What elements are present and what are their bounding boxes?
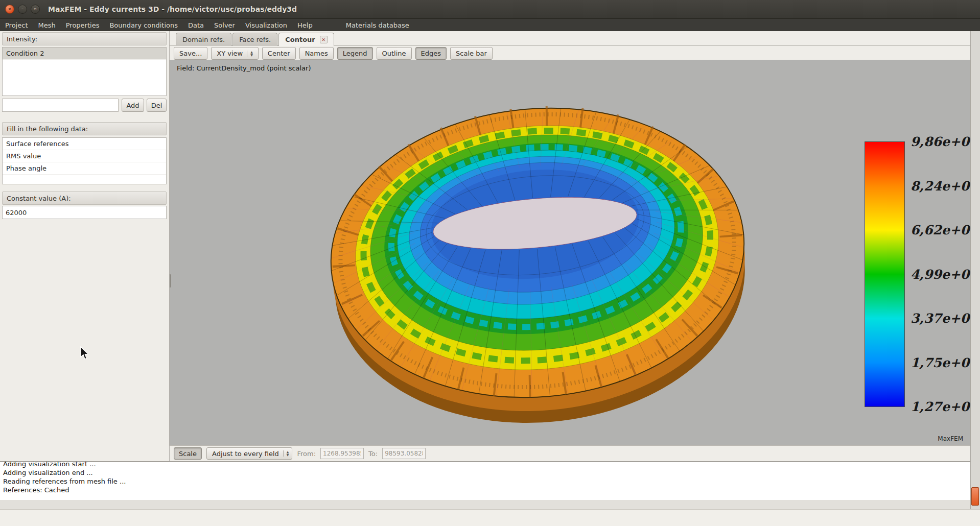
- log-line: Adding visualization end ...: [3, 468, 967, 477]
- fill-data-header: Fill in the following data:: [2, 122, 167, 135]
- constant-value-input[interactable]: [2, 206, 167, 219]
- menu-item-properties[interactable]: Properties: [61, 19, 105, 31]
- viewport-toolbar: Save... XY view ▲▼ Center Names Legend O…: [174, 47, 493, 60]
- log-line: Reading references from mesh file ...: [3, 477, 967, 486]
- colorbar-labels: 9,86e+04 8,24e+04 6,62e+04 4,99e+04 3,37…: [911, 135, 970, 414]
- scale-mode-select[interactable]: Adjust to every field ▲▼: [206, 447, 293, 460]
- colorbar-label: 8,24e+04: [911, 179, 970, 193]
- vertical-scrollbar-thumb[interactable]: [971, 487, 979, 506]
- menu-item-help[interactable]: Help: [292, 19, 318, 31]
- colorbar-label: 1,75e+04: [911, 356, 970, 370]
- list-item-phase-angle[interactable]: Phase angle: [3, 162, 166, 175]
- menu-item-project[interactable]: Project: [0, 19, 33, 31]
- save-button[interactable]: Save...: [174, 47, 207, 60]
- intensity-input[interactable]: [2, 99, 119, 112]
- horizontal-scrollbar-track[interactable]: [0, 500, 970, 509]
- tab-close-icon[interactable]: ✕: [320, 36, 328, 43]
- sidebar: Intensity: Condition 2 Add Del Fill in t…: [0, 31, 170, 461]
- tab-strip: Domain refs. Face refs. Contour ✕: [176, 33, 334, 46]
- menu-item-mesh[interactable]: Mesh: [33, 19, 60, 31]
- menu-item-solver[interactable]: Solver: [209, 19, 240, 31]
- intensity-header: Intensity:: [2, 32, 167, 45]
- menu-item-materials-database[interactable]: Materials database: [341, 19, 414, 31]
- colorbar-label: 3,37e+04: [911, 312, 970, 325]
- menu-item-data[interactable]: Data: [183, 19, 209, 31]
- to-label: To:: [368, 450, 378, 458]
- list-item-rms-value[interactable]: RMS value: [3, 150, 166, 162]
- to-input[interactable]: [382, 448, 426, 459]
- tab-face-refs[interactable]: Face refs.: [232, 33, 277, 46]
- colorbar-label: 1,27e+03: [911, 400, 970, 414]
- menubar: Project Mesh Properties Boundary conditi…: [0, 19, 980, 31]
- edges-toggle-button[interactable]: Edges: [415, 47, 447, 60]
- scale-button[interactable]: Scale: [174, 447, 202, 460]
- del-button[interactable]: Del: [147, 99, 167, 112]
- window-minimize-icon[interactable]: –: [18, 5, 27, 14]
- 3d-model-canvas[interactable]: [170, 60, 970, 445]
- list-item-condition-2[interactable]: Condition 2: [3, 47, 166, 60]
- list-item-surface-references[interactable]: Surface references: [3, 138, 166, 150]
- render-viewport[interactable]: Field: CurrentDensity_mod (point scalar)…: [170, 60, 970, 445]
- main-area: Domain refs. Face refs. Contour ✕ Save..…: [170, 31, 970, 461]
- outline-toggle-button[interactable]: Outline: [377, 47, 412, 60]
- vertical-scrollbar-track[interactable]: [970, 31, 980, 509]
- window-close-icon[interactable]: ✕: [5, 5, 14, 14]
- status-footer: [0, 509, 980, 526]
- colorbar-label: 9,86e+04: [911, 135, 970, 149]
- colorbar-label: 4,99e+04: [911, 268, 970, 281]
- center-button[interactable]: Center: [262, 47, 296, 60]
- log-line: References: Cached: [3, 486, 967, 494]
- from-input[interactable]: [320, 448, 364, 459]
- names-button[interactable]: Names: [299, 47, 334, 60]
- menu-item-visualization[interactable]: Visualization: [240, 19, 292, 31]
- view-select-button[interactable]: XY view ▲▼: [211, 47, 259, 60]
- spinner-arrows-icon: ▲▼: [247, 51, 253, 57]
- window-title: MaxFEM - Eddy currents 3D - /home/victor…: [48, 5, 297, 13]
- fill-data-list: Surface references RMS value Phase angle: [2, 137, 167, 184]
- tab-contour[interactable]: Contour ✕: [278, 33, 334, 46]
- scale-controls-bar: Scale Adjust to every field ▲▼ From: To:: [170, 445, 970, 461]
- maxfem-watermark: MaxFEM: [938, 435, 963, 442]
- log-console: Adding visualization start ... Adding vi…: [0, 461, 970, 500]
- intensity-list: Condition 2: [2, 47, 167, 96]
- legend-toggle-button[interactable]: Legend: [337, 47, 373, 60]
- log-line: Adding visualization start ...: [3, 461, 967, 468]
- field-label: Field: CurrentDensity_mod (point scalar): [177, 64, 311, 72]
- window-buttons: ✕ – ▫: [5, 5, 40, 14]
- tab-domain-refs[interactable]: Domain refs.: [176, 33, 231, 46]
- add-button[interactable]: Add: [122, 99, 144, 112]
- menu-item-boundary-conditions[interactable]: Boundary conditions: [104, 19, 183, 31]
- spinner-arrows-icon: ▲▼: [283, 450, 289, 457]
- titlebar[interactable]: ✕ – ▫ MaxFEM - Eddy currents 3D - /home/…: [0, 0, 980, 19]
- constant-value-header: Constant value (A):: [2, 192, 167, 205]
- colorbar: [865, 141, 905, 407]
- from-label: From:: [297, 450, 316, 458]
- window-maximize-icon[interactable]: ▫: [31, 5, 40, 14]
- colorbar-label: 6,62e+04: [911, 223, 970, 237]
- scale-bar-toggle-button[interactable]: Scale bar: [450, 47, 493, 60]
- mouse-cursor-icon: [79, 346, 90, 360]
